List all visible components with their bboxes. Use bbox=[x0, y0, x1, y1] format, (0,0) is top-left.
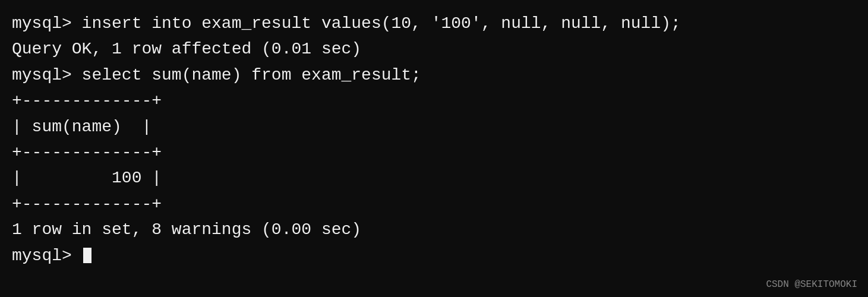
terminal-line: | 100 | bbox=[12, 165, 856, 191]
terminal-window: mysql> insert into exam_result values(10… bbox=[0, 0, 868, 297]
terminal-line: Query OK, 1 row affected (0.01 sec) bbox=[12, 36, 856, 62]
terminal-line: mysql> bbox=[12, 243, 856, 268]
terminal-line: +-------------+ bbox=[12, 88, 856, 113]
terminal-output: mysql> insert into exam_result values(10… bbox=[12, 11, 856, 268]
terminal-cursor bbox=[83, 248, 91, 263]
terminal-line: +-------------+ bbox=[12, 191, 856, 217]
terminal-line: | sum(name) | bbox=[12, 114, 856, 140]
watermark: CSDN @SEKITOMOKI bbox=[766, 279, 857, 290]
terminal-line: mysql> select sum(name) from exam_result… bbox=[12, 62, 856, 88]
terminal-line: +-------------+ bbox=[12, 140, 856, 165]
terminal-line: mysql> insert into exam_result values(10… bbox=[12, 11, 856, 36]
terminal-line: 1 row in set, 8 warnings (0.00 sec) bbox=[12, 217, 856, 242]
